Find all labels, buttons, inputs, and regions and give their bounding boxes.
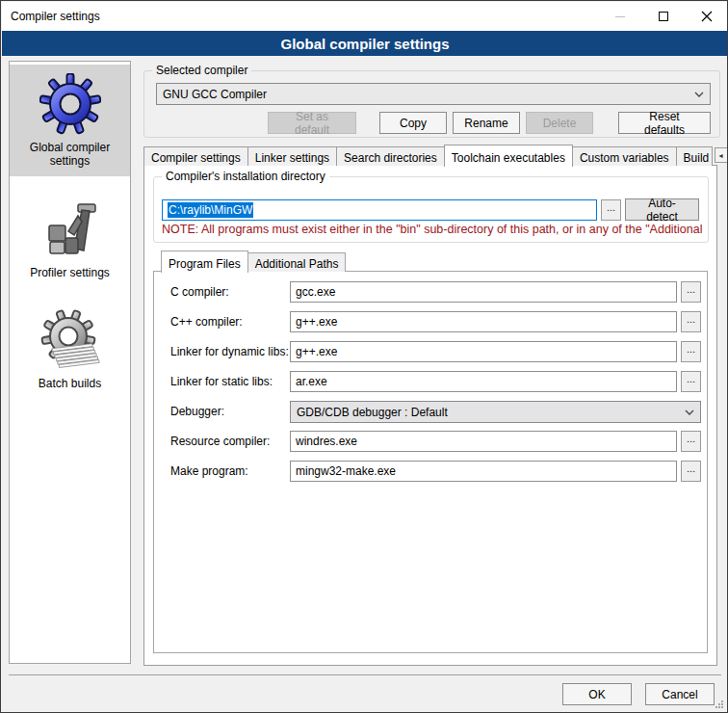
window-title: Compiler settings [2, 10, 598, 23]
tab-compiler-settings[interactable]: Compiler settings [143, 146, 248, 166]
toolchain-executables-page: Compiler's installation directory C:\ray… [143, 165, 717, 666]
resource-compiler-row: Resource compiler: windres.exe ... [154, 431, 707, 453]
dynamic-linker-row: Linker for dynamic libs: g++.exe ... [154, 341, 707, 363]
c-compiler-row: C compiler: gcc.exe ... [154, 281, 707, 304]
resource-compiler-label: Resource compiler: [170, 435, 270, 448]
program-files-tabs: Program Files Additional Paths [161, 250, 345, 272]
dynamic-linker-input[interactable]: g++.exe [290, 341, 677, 362]
chevron-down-icon [685, 409, 694, 415]
settings-tabs: Compiler settings Linker settings Search… [143, 145, 728, 166]
tab-additional-paths[interactable]: Additional Paths [247, 252, 347, 272]
debugger-value: GDB/CDB debugger : Default [297, 406, 448, 419]
installation-directory-browse-button[interactable]: ... [601, 199, 621, 221]
settings-category-list: Global compiler settings Profiler settin… [9, 61, 131, 664]
selected-compiler-group: Selected compiler GNU GCC Compiler Set a… [143, 70, 720, 138]
compiler-select-value: GNU GCC Compiler [163, 88, 267, 101]
tab-scroll-arrows: ◂ ▸ [714, 147, 728, 163]
debugger-label: Debugger: [170, 405, 224, 418]
gray-gear-stack-icon [39, 309, 101, 371]
compiler-select[interactable]: GNU GCC Compiler [156, 83, 711, 105]
selected-compiler-group-label: Selected compiler [152, 64, 251, 77]
sidebar-item-global-compiler-settings[interactable]: Global compiler settings [10, 65, 130, 176]
cpp-compiler-input[interactable]: g++.exe [290, 311, 677, 332]
cpp-compiler-value: g++.exe [296, 315, 337, 329]
maximize-icon [659, 12, 668, 21]
c-compiler-input[interactable]: gcc.exe [290, 281, 677, 303]
tab-scroll-left-icon[interactable]: ◂ [715, 147, 728, 163]
static-linker-value: ar.exe [296, 375, 327, 388]
make-program-browse-button[interactable]: ... [681, 461, 701, 482]
c-compiler-browse-button[interactable]: ... [681, 281, 701, 303]
dynamic-linker-value: g++.exe [296, 345, 337, 358]
copy-button[interactable]: Copy [379, 112, 447, 134]
installation-directory-group-label: Compiler's installation directory [162, 170, 329, 183]
tab-custom-variables[interactable]: Custom variables [572, 146, 677, 166]
c-compiler-value: gcc.exe [296, 285, 335, 299]
cancel-button[interactable]: Cancel [645, 683, 715, 705]
c-compiler-label: C compiler: [170, 285, 229, 299]
maximize-button[interactable] [641, 2, 685, 31]
make-program-row: Make program: mingw32-make.exe ... [154, 461, 707, 483]
compiler-actions-row: Set as default Copy Rename Delete Reset … [144, 112, 711, 134]
program-files-page: C compiler: gcc.exe ... C++ compiler: g+… [153, 271, 708, 653]
ok-button[interactable]: OK [562, 683, 632, 705]
reset-defaults-button[interactable]: Reset defaults [618, 112, 711, 134]
debugger-row: Debugger: GDB/CDB debugger : Default [154, 401, 707, 423]
installation-directory-input[interactable]: C:\raylib\MinGW [162, 199, 597, 221]
resource-compiler-browse-button[interactable]: ... [681, 431, 701, 452]
make-program-label: Make program: [170, 464, 248, 478]
tab-search-directories[interactable]: Search directories [336, 146, 445, 166]
compiler-settings-dialog: Compiler settings Global compiler settin… [0, 0, 728, 713]
cpp-compiler-browse-button[interactable]: ... [681, 311, 701, 332]
delete-button: Delete [526, 112, 593, 134]
sidebar-item-label: Batch builds [13, 377, 126, 390]
tab-build-options[interactable]: Build options [676, 146, 713, 166]
tab-linker-settings[interactable]: Linker settings [247, 146, 337, 166]
make-program-input[interactable]: mingw32-make.exe [290, 461, 677, 482]
caliper-icon [39, 198, 101, 260]
static-linker-input[interactable]: ar.exe [290, 371, 677, 392]
static-linker-browse-button[interactable]: ... [681, 371, 701, 392]
cpp-compiler-row: C++ compiler: g++.exe ... [154, 311, 707, 333]
installation-directory-value: C:\raylib\MinGW [168, 202, 253, 218]
chevron-down-icon [694, 92, 704, 97]
dynamic-linker-label: Linker for dynamic libs: [170, 345, 289, 358]
debugger-select[interactable]: GDB/CDB debugger : Default [290, 401, 701, 423]
sidebar-item-batch-builds[interactable]: Batch builds [10, 301, 130, 398]
make-program-value: mingw32-make.exe [296, 464, 396, 478]
close-button[interactable] [685, 2, 728, 31]
sidebar-item-label: Profiler settings [13, 266, 126, 279]
minimize-icon [615, 16, 625, 17]
resource-compiler-value: windres.exe [296, 435, 357, 448]
rename-button[interactable]: Rename [453, 112, 520, 134]
titlebar: Compiler settings [2, 2, 728, 31]
sidebar-item-profiler-settings[interactable]: Profiler settings [10, 190, 130, 287]
resize-grip[interactable] [714, 699, 724, 709]
sidebar-item-label: Global compiler settings [13, 141, 126, 169]
static-linker-label: Linker for static libs: [170, 375, 273, 388]
footer-divider [9, 674, 721, 675]
cpp-compiler-label: C++ compiler: [170, 315, 243, 329]
resource-compiler-input[interactable]: windres.exe [290, 431, 677, 452]
blue-gear-icon [39, 73, 101, 135]
static-linker-row: Linker for static libs: ar.exe ... [154, 371, 707, 393]
dynamic-linker-browse-button[interactable]: ... [681, 341, 701, 362]
tab-toolchain-executables[interactable]: Toolchain executables [444, 145, 573, 167]
minimize-button [598, 2, 641, 31]
tab-program-files[interactable]: Program Files [161, 251, 248, 273]
set-as-default-button: Set as default [268, 112, 356, 134]
installation-directory-note: NOTE: All programs must exist either in … [162, 223, 703, 236]
close-icon [701, 11, 713, 22]
page-title: Global compiler settings [2, 31, 728, 56]
auto-detect-button[interactable]: Auto-detect [625, 198, 699, 221]
